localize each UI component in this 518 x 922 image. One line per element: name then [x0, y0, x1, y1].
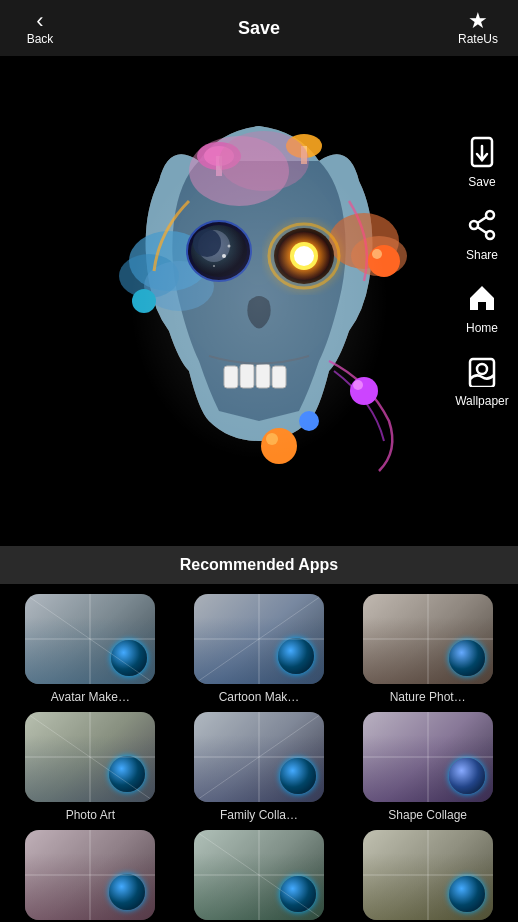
app-icon-nature-photo [363, 594, 493, 684]
back-button[interactable]: ‹ Back [16, 10, 64, 46]
svg-point-41 [470, 221, 478, 229]
app-icon-photo-art [25, 712, 155, 802]
app-item-shape-collage[interactable]: Shape Collage [347, 712, 508, 822]
app-label-family-collage: Family Colla… [220, 808, 298, 822]
wallpaper-label: Wallpaper [455, 394, 509, 408]
app-label-cartoon-maker: Cartoon Mak… [219, 690, 300, 704]
page-title: Save [64, 18, 454, 39]
recommended-section: Recommended Apps Avatar Make… [0, 546, 518, 922]
rate-us-button[interactable]: ★ RateUs [454, 10, 502, 46]
app-icon-avatar-maker [25, 594, 155, 684]
app-icon-7 [25, 830, 155, 920]
svg-line-43 [478, 217, 487, 223]
app-item-7[interactable]: App [10, 830, 171, 922]
star-icon: ★ [468, 10, 488, 32]
app-icon-9 [363, 830, 493, 920]
share-button[interactable]: Share [448, 201, 516, 270]
app-item-avatar-maker[interactable]: Avatar Make… [10, 594, 171, 704]
back-label: Back [27, 32, 54, 46]
home-icon [466, 282, 498, 319]
share-icon [466, 209, 498, 246]
save-icon [466, 136, 498, 173]
app-item-nature-photo[interactable]: Nature Phot… [347, 594, 508, 704]
save-label: Save [468, 175, 495, 189]
svg-line-44 [478, 227, 487, 233]
wallpaper-button[interactable]: Wallpaper [448, 347, 516, 416]
right-sidebar: Save Share Home [446, 112, 518, 602]
app-item-photo-art[interactable]: Photo Art [10, 712, 171, 822]
svg-point-40 [486, 211, 494, 219]
home-label: Home [466, 321, 498, 335]
skull-artwork [99, 91, 419, 511]
app-label-nature-photo: Nature Phot… [390, 690, 466, 704]
apps-grid: Avatar Make… Cartoon Mak… [0, 584, 518, 922]
wallpaper-icon [466, 355, 498, 392]
app-item-cartoon-maker[interactable]: Cartoon Mak… [179, 594, 340, 704]
app-icon-shape-collage [363, 712, 493, 802]
svg-point-42 [486, 231, 494, 239]
main-image-area: Save Share Home [0, 56, 518, 546]
share-label: Share [466, 248, 498, 262]
back-chevron-icon: ‹ [36, 10, 43, 32]
save-button[interactable]: Save [448, 128, 516, 197]
app-icon-family-collage [194, 712, 324, 802]
glow-effect [129, 141, 389, 461]
home-button[interactable]: Home [448, 274, 516, 343]
app-label-photo-art: Photo Art [66, 808, 115, 822]
recommended-header: Recommended Apps [0, 546, 518, 584]
app-label-avatar-maker: Avatar Make… [51, 690, 130, 704]
app-icon-cartoon-maker [194, 594, 324, 684]
app-item-9[interactable]: App [347, 830, 508, 922]
app-icon-8 [194, 830, 324, 920]
rate-label: RateUs [458, 32, 498, 46]
app-item-8[interactable]: App [179, 830, 340, 922]
app-item-family-collage[interactable]: Family Colla… [179, 712, 340, 822]
app-label-shape-collage: Shape Collage [388, 808, 467, 822]
svg-point-46 [477, 364, 487, 374]
top-nav-bar: ‹ Back Save ★ RateUs [0, 0, 518, 56]
